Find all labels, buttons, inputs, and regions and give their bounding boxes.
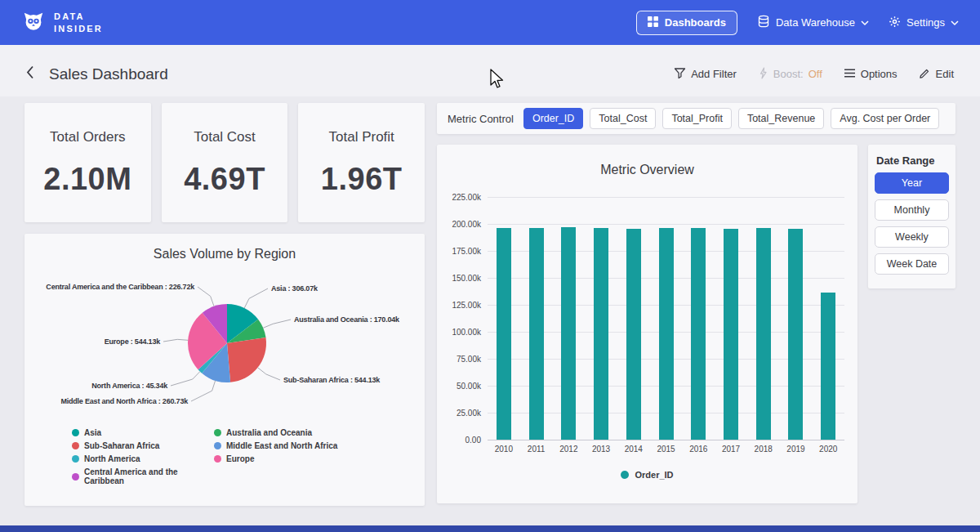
legend-label: Europe	[226, 454, 254, 463]
bar-legend-label: Order_ID	[635, 470, 673, 480]
metric-overview-card: Metric Overview 225.00k200.00k175.00k150…	[437, 145, 858, 503]
brand-text: DATA INSIDER	[54, 11, 103, 33]
legend-item-sub-saharan-africa[interactable]: Sub-Saharan Africa	[72, 441, 214, 450]
pie-label-middle-east-and-north-africa: Middle East and North Africa : 260.73k	[60, 397, 189, 405]
y-tick-label: 175.00k	[452, 247, 481, 256]
pie-chart-title: Sales Volume by Region	[24, 247, 425, 262]
legend-item-middle-east-and-north-africa[interactable]: Middle East and North Africa	[214, 441, 337, 450]
header-actions: Add Filter Boost: Off Options	[674, 67, 954, 82]
left-column: Total Orders 2.10M Total Cost 4.69T Tota…	[24, 103, 425, 506]
y-tick-label: 0.00	[466, 436, 481, 445]
bar-cell	[682, 228, 715, 440]
bar-2010[interactable]	[497, 228, 511, 440]
legend-dot	[72, 429, 79, 436]
footer-strip	[0, 525, 980, 532]
bar-2020[interactable]	[821, 293, 835, 440]
metric-button-total-profit[interactable]: Total_Profit	[662, 108, 732, 129]
x-axis: 2010201120122013201420152016201720182019…	[488, 445, 844, 454]
add-filter-button[interactable]: Add Filter	[674, 67, 737, 82]
date-range-button-week-date[interactable]: Week Date	[875, 253, 949, 275]
settings-label: Settings	[906, 16, 945, 29]
chevron-down-icon	[951, 16, 959, 29]
x-tick-label: 2018	[747, 445, 780, 454]
date-range-button-year[interactable]: Year	[875, 172, 949, 194]
bar-cell	[617, 229, 650, 440]
metric-button-avg-cost-per-order[interactable]: Avg. Cost per Order	[831, 108, 939, 129]
bar-cell	[488, 228, 520, 440]
date-range-title: Date Range	[876, 154, 949, 167]
bar-2014[interactable]	[626, 229, 641, 440]
date-range-button-weekly[interactable]: Weekly	[875, 226, 949, 248]
bar-cell	[650, 228, 683, 440]
bar-2012[interactable]	[561, 227, 576, 440]
bar-chart-title: Metric Overview	[450, 163, 844, 177]
pie-chart: Asia : 306.07kAustralia and Oceania : 17…	[24, 268, 425, 423]
edit-label: Edit	[936, 68, 954, 80]
settings-menu[interactable]: Settings	[889, 16, 959, 30]
bar-2011[interactable]	[529, 228, 544, 440]
boost-toggle[interactable]: Boost: Off	[758, 67, 822, 82]
bar-cell	[715, 229, 747, 440]
bar-2016[interactable]	[691, 228, 706, 440]
kpi-card-total-profit: Total Profit 1.96T	[298, 103, 425, 222]
bar-cell	[812, 293, 844, 440]
kpi-value: 1.96T	[321, 162, 403, 197]
edit-button[interactable]: Edit	[919, 67, 954, 82]
y-tick-label: 100.00k	[452, 328, 481, 337]
sales-volume-card: Sales Volume by Region Asia : 306.07kAus…	[24, 234, 425, 506]
dashboards-button[interactable]: Dashboards	[636, 11, 737, 35]
metric-button-order-id[interactable]: Order_ID	[523, 108, 583, 129]
metric-button-total-revenue[interactable]: Total_Revenue	[738, 108, 824, 129]
bar-chart-legend[interactable]: Order_ID	[450, 470, 844, 480]
brand-line2: INSIDER	[54, 24, 103, 34]
boost-state: Off	[808, 68, 822, 80]
brand[interactable]: DATA INSIDER	[21, 9, 103, 37]
database-icon	[757, 15, 770, 30]
bar-2015[interactable]	[659, 228, 674, 440]
legend-item-asia[interactable]: Asia	[72, 428, 214, 437]
bar-cell	[585, 228, 617, 440]
y-tick-label: 150.00k	[452, 274, 481, 283]
pie-leader-line	[198, 287, 214, 306]
pie-label-australia-and-oceania: Australia and Oceania : 170.04k	[294, 315, 400, 324]
metric-button-total-cost[interactable]: Total_Cost	[590, 108, 656, 129]
legend-dot	[214, 455, 221, 463]
bar-2013[interactable]	[594, 228, 608, 440]
date-range-button-monthly[interactable]: Monthly	[875, 199, 949, 221]
legend-column: Australia and OceaniaMiddle East and Nor…	[214, 428, 337, 485]
pie-leader-line	[244, 288, 268, 308]
legend-label: Sub-Saharan Africa	[84, 441, 159, 450]
bar-2018[interactable]	[756, 228, 771, 440]
metric-control-label: Metric Control	[448, 113, 514, 125]
pie-leader-line	[171, 372, 200, 386]
legend-item-north-america[interactable]: North America	[72, 454, 214, 463]
options-button[interactable]: Options	[844, 68, 898, 81]
pie-label-asia: Asia : 306.07k	[271, 284, 318, 293]
kpi-value: 4.69T	[184, 162, 265, 197]
chevron-down-icon	[861, 16, 869, 29]
x-tick-label: 2019	[780, 445, 813, 454]
bar-2017[interactable]	[724, 229, 738, 440]
header-left: Sales Dashboard	[24, 65, 168, 83]
legend-dot	[72, 473, 79, 481]
dashboards-label: Dashboards	[665, 16, 726, 29]
y-tick-label: 200.00k	[452, 220, 481, 229]
funnel-icon	[674, 67, 686, 82]
legend-label: Australia and Oceania	[226, 428, 312, 437]
page-title: Sales Dashboard	[49, 65, 168, 83]
legend-item-central-america-and-the-caribbean[interactable]: Central America and the Caribbean	[72, 467, 214, 485]
gridline	[488, 440, 844, 440]
legend-label: North America	[84, 454, 140, 463]
data-warehouse-menu[interactable]: Data Warehouse	[757, 15, 869, 30]
legend-item-australia-and-oceania[interactable]: Australia and Oceania	[214, 428, 337, 437]
legend-item-europe[interactable]: Europe	[214, 454, 337, 463]
x-tick-label: 2017	[715, 445, 747, 454]
pie-leader-line	[191, 381, 216, 401]
bar-2019[interactable]	[788, 229, 803, 440]
plot-area	[488, 197, 844, 440]
back-button[interactable]	[24, 65, 36, 83]
pencil-icon	[919, 67, 931, 82]
pie-slice-sub-saharan-africa[interactable]	[227, 338, 266, 382]
x-tick-label: 2011	[520, 445, 553, 454]
y-tick-label: 75.00k	[457, 355, 481, 364]
